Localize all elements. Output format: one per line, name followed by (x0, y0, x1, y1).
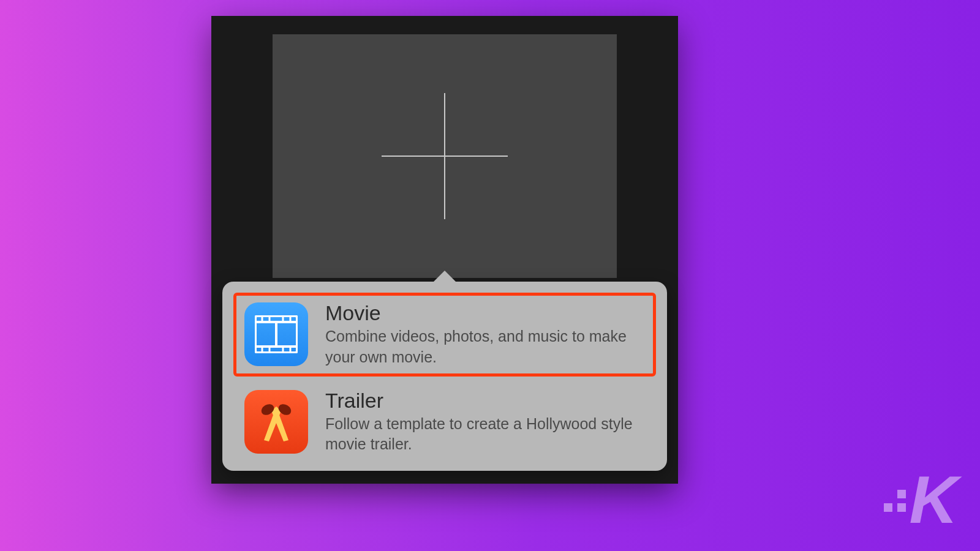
film-icon (244, 302, 308, 366)
watermark-letter: K (910, 473, 956, 527)
option-title: Movie (325, 301, 645, 325)
app-window: Movie Combine videos, photos, and music … (211, 16, 678, 484)
option-title: Trailer (325, 389, 645, 413)
create-new-tile[interactable] (273, 34, 617, 278)
watermark-dots-icon (884, 490, 906, 512)
watermark-logo: K (884, 473, 956, 527)
option-movie[interactable]: Movie Combine videos, photos, and music … (233, 293, 656, 377)
option-description: Follow a template to create a Hollywood … (325, 414, 645, 455)
option-description: Combine videos, photos, and music to mak… (325, 326, 645, 368)
plus-icon (382, 156, 508, 157)
option-trailer[interactable]: Trailer Follow a template to create a Ho… (233, 380, 656, 464)
option-text: Movie Combine videos, photos, and music … (325, 301, 645, 368)
spotlights-icon (244, 390, 308, 454)
create-new-popover: Movie Combine videos, photos, and music … (222, 282, 667, 471)
option-text: Trailer Follow a template to create a Ho… (325, 389, 645, 455)
